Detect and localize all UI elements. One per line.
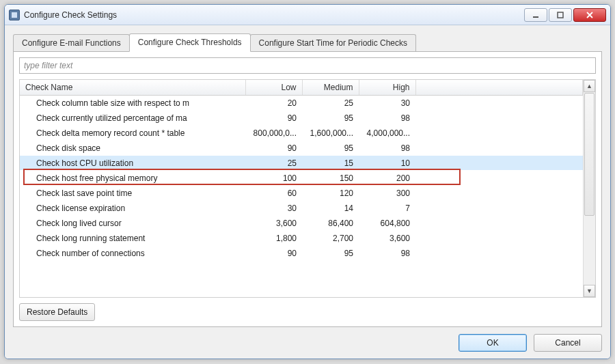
vertical-scrollbar[interactable]: ▲ ▼	[583, 80, 595, 297]
cell-low: 90	[245, 141, 302, 156]
cell-med: 14	[302, 201, 359, 216]
table-row[interactable]: Check delta memory record count * table8…	[20, 126, 583, 141]
cell-med: 150	[302, 171, 359, 186]
cell-spacer	[415, 111, 583, 126]
cell-name: Check long running statement	[20, 231, 245, 246]
tab-check-thresholds[interactable]: Configure Check Thresholds	[129, 33, 251, 52]
svg-rect-1	[558, 12, 563, 18]
cell-name: Check last save point time	[20, 186, 245, 201]
col-high[interactable]: High	[359, 80, 415, 96]
col-low[interactable]: Low	[245, 80, 302, 96]
dialog-window: Configure Check Settings Configure E-mai…	[4, 4, 611, 359]
table-row[interactable]: Check host CPU utilization251510	[20, 156, 583, 171]
cell-spacer	[415, 141, 583, 156]
cell-med: 95	[302, 141, 359, 156]
threshold-table: Check Name Low Medium High Check column …	[20, 80, 583, 261]
scroll-down-button[interactable]: ▼	[584, 285, 595, 297]
cell-spacer	[415, 246, 583, 261]
cell-high: 30	[359, 96, 415, 111]
table-row[interactable]: Check license expiration30147	[20, 201, 583, 216]
cell-high: 98	[359, 246, 415, 261]
tab-email-functions[interactable]: Configure E-mail Functions	[13, 34, 130, 52]
tab-strip: Configure E-mail Functions Configure Che…	[13, 33, 602, 52]
minimize-button[interactable]	[524, 8, 547, 22]
scroll-up-button[interactable]: ▲	[584, 80, 595, 92]
client-area: Configure E-mail Functions Configure Che…	[5, 25, 610, 359]
cell-name: Check column table size with respect to …	[20, 96, 245, 111]
cell-low: 100	[245, 171, 302, 186]
cell-spacer	[415, 186, 583, 201]
maximize-button[interactable]	[549, 8, 572, 22]
cell-low: 3,600	[245, 216, 302, 231]
dialog-footer: OK Cancel	[13, 327, 602, 352]
cell-low: 800,000,0...	[245, 126, 302, 141]
cell-med: 2,700	[302, 231, 359, 246]
cell-high: 300	[359, 186, 415, 201]
table-row[interactable]: Check disk space909598	[20, 141, 583, 156]
cancel-button[interactable]: Cancel	[534, 334, 602, 352]
filter-input[interactable]	[19, 57, 596, 74]
cell-spacer	[415, 156, 583, 171]
cell-high: 3,600	[359, 231, 415, 246]
close-icon	[586, 11, 594, 19]
cell-med: 25	[302, 96, 359, 111]
cell-name: Check host free physical memory	[20, 171, 245, 186]
cell-med: 95	[302, 246, 359, 261]
cell-high: 200	[359, 171, 415, 186]
cell-name: Check delta memory record count * table	[20, 126, 245, 141]
tab-panel: Check Name Low Medium High Check column …	[13, 51, 602, 327]
minimize-icon	[532, 11, 540, 19]
table-row[interactable]: Check host free physical memory100150200	[20, 171, 583, 186]
ok-button[interactable]: OK	[459, 334, 527, 352]
cell-spacer	[415, 96, 583, 111]
table-row[interactable]: Check number of connections909598	[20, 246, 583, 261]
close-button[interactable]	[573, 8, 606, 22]
cell-med: 86,400	[302, 216, 359, 231]
cell-med: 1,600,000...	[302, 126, 359, 141]
app-icon	[9, 10, 20, 20]
table-row[interactable]: Check long running statement1,8002,7003,…	[20, 231, 583, 246]
cell-med: 15	[302, 156, 359, 171]
cell-name: Check currently utilized percentage of m…	[20, 111, 245, 126]
table-row[interactable]: Check long lived cursor3,60086,400604,80…	[20, 216, 583, 231]
maximize-icon	[556, 11, 564, 19]
svg-rect-0	[533, 16, 538, 18]
cell-spacer	[415, 231, 583, 246]
cell-low: 90	[245, 111, 302, 126]
cell-name: Check license expiration	[20, 201, 245, 216]
col-medium[interactable]: Medium	[302, 80, 359, 96]
cell-spacer	[415, 216, 583, 231]
cell-med: 120	[302, 186, 359, 201]
cell-low: 1,800	[245, 231, 302, 246]
cell-name: Check number of connections	[20, 246, 245, 261]
cell-high: 98	[359, 141, 415, 156]
cell-low: 20	[245, 96, 302, 111]
cell-spacer	[415, 126, 583, 141]
window-title: Configure Check Settings	[24, 10, 117, 20]
cell-spacer	[415, 171, 583, 186]
cell-low: 30	[245, 201, 302, 216]
titlebar: Configure Check Settings	[5, 5, 610, 25]
tab-start-time[interactable]: Configure Start Time for Periodic Checks	[250, 34, 416, 52]
table-header-row: Check Name Low Medium High	[20, 80, 583, 96]
cell-high: 604,800	[359, 216, 415, 231]
scroll-thumb[interactable]	[584, 93, 594, 216]
cell-med: 95	[302, 111, 359, 126]
cell-high: 98	[359, 111, 415, 126]
cell-name: Check disk space	[20, 141, 245, 156]
cell-high: 7	[359, 201, 415, 216]
table-row[interactable]: Check last save point time60120300	[20, 186, 583, 201]
restore-defaults-button[interactable]: Restore Defaults	[19, 303, 95, 321]
table-row[interactable]: Check currently utilized percentage of m…	[20, 111, 583, 126]
cell-name: Check host CPU utilization	[20, 156, 245, 171]
cell-name: Check long lived cursor	[20, 216, 245, 231]
cell-spacer	[415, 201, 583, 216]
col-check-name[interactable]: Check Name	[20, 80, 245, 96]
cell-low: 25	[245, 156, 302, 171]
cell-high: 10	[359, 156, 415, 171]
cell-high: 4,000,000...	[359, 126, 415, 141]
threshold-table-container: Check Name Low Medium High Check column …	[19, 79, 596, 298]
table-row[interactable]: Check column table size with respect to …	[20, 96, 583, 111]
cell-low: 90	[245, 246, 302, 261]
cell-low: 60	[245, 186, 302, 201]
